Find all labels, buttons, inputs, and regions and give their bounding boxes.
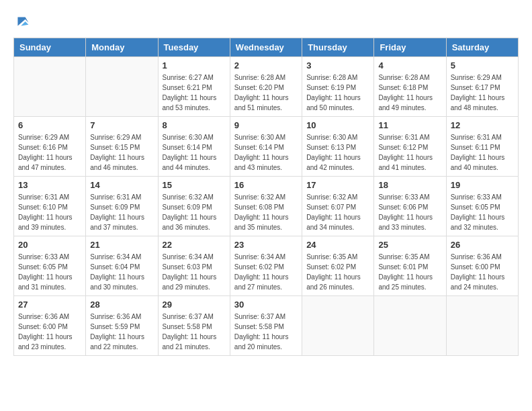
day-info: Sunrise: 6:32 AM Sunset: 6:09 PM Dayligh… <box>163 192 226 232</box>
day-number: 15 <box>163 180 226 190</box>
calendar-day-cell <box>446 296 518 356</box>
calendar-day-cell: 3Sunrise: 6:28 AM Sunset: 6:19 PM Daylig… <box>302 57 374 117</box>
day-info: Sunrise: 6:31 AM Sunset: 6:10 PM Dayligh… <box>18 192 81 232</box>
day-info: Sunrise: 6:36 AM Sunset: 5:59 PM Dayligh… <box>90 312 153 352</box>
day-info: Sunrise: 6:28 AM Sunset: 6:19 PM Dayligh… <box>306 73 369 113</box>
calendar-day-cell: 6Sunrise: 6:29 AM Sunset: 6:16 PM Daylig… <box>14 117 86 177</box>
calendar-day-cell <box>374 296 446 356</box>
day-number: 11 <box>378 120 441 130</box>
day-number: 12 <box>451 120 514 130</box>
day-number: 14 <box>90 180 153 190</box>
day-info: Sunrise: 6:31 AM Sunset: 6:12 PM Dayligh… <box>378 132 441 173</box>
day-info: Sunrise: 6:27 AM Sunset: 6:21 PM Dayligh… <box>163 73 226 113</box>
weekday-header-wednesday: Wednesday <box>230 38 302 57</box>
weekday-header-saturday: Saturday <box>446 38 518 57</box>
day-number: 19 <box>451 180 514 190</box>
day-number: 5 <box>451 60 514 71</box>
day-info: Sunrise: 6:28 AM Sunset: 6:20 PM Dayligh… <box>234 73 298 113</box>
day-info: Sunrise: 6:36 AM Sunset: 6:00 PM Dayligh… <box>18 312 81 352</box>
weekday-header-sunday: Sunday <box>14 38 86 57</box>
day-number: 7 <box>90 120 153 130</box>
calendar-day-cell: 26Sunrise: 6:36 AM Sunset: 6:00 PM Dayli… <box>446 236 518 296</box>
logo-icon <box>13 13 30 30</box>
day-info: Sunrise: 6:36 AM Sunset: 6:00 PM Dayligh… <box>451 252 514 292</box>
calendar-day-cell: 13Sunrise: 6:31 AM Sunset: 6:10 PM Dayli… <box>14 177 86 236</box>
calendar-day-cell: 4Sunrise: 6:28 AM Sunset: 6:18 PM Daylig… <box>374 57 446 117</box>
calendar-day-cell: 14Sunrise: 6:31 AM Sunset: 6:09 PM Dayli… <box>86 177 158 236</box>
header <box>13 13 519 27</box>
calendar-week-row: 1Sunrise: 6:27 AM Sunset: 6:21 PM Daylig… <box>14 57 519 117</box>
day-info: Sunrise: 6:34 AM Sunset: 6:02 PM Dayligh… <box>234 252 298 292</box>
day-number: 28 <box>90 300 153 310</box>
day-number: 4 <box>378 60 441 71</box>
calendar-week-row: 20Sunrise: 6:33 AM Sunset: 6:05 PM Dayli… <box>14 236 519 296</box>
day-info: Sunrise: 6:35 AM Sunset: 6:01 PM Dayligh… <box>378 252 441 292</box>
day-number: 23 <box>234 240 298 250</box>
day-info: Sunrise: 6:33 AM Sunset: 6:05 PM Dayligh… <box>18 252 81 292</box>
svg-marker-1 <box>21 21 28 26</box>
logo <box>13 13 30 27</box>
day-info: Sunrise: 6:37 AM Sunset: 5:58 PM Dayligh… <box>234 312 298 352</box>
weekday-header-tuesday: Tuesday <box>158 38 230 57</box>
weekday-header-row: SundayMondayTuesdayWednesdayThursdayFrid… <box>14 38 519 57</box>
day-info: Sunrise: 6:30 AM Sunset: 6:14 PM Dayligh… <box>234 132 298 173</box>
day-number: 16 <box>234 180 298 190</box>
calendar-day-cell: 8Sunrise: 6:30 AM Sunset: 6:14 PM Daylig… <box>158 117 230 177</box>
day-number: 3 <box>306 60 369 71</box>
calendar-day-cell: 7Sunrise: 6:29 AM Sunset: 6:15 PM Daylig… <box>86 117 158 177</box>
day-info: Sunrise: 6:33 AM Sunset: 6:05 PM Dayligh… <box>451 192 514 232</box>
calendar-day-cell: 5Sunrise: 6:29 AM Sunset: 6:17 PM Daylig… <box>446 57 518 117</box>
calendar-week-row: 6Sunrise: 6:29 AM Sunset: 6:16 PM Daylig… <box>14 117 519 177</box>
calendar-day-cell: 27Sunrise: 6:36 AM Sunset: 6:00 PM Dayli… <box>14 296 86 356</box>
calendar-day-cell: 10Sunrise: 6:30 AM Sunset: 6:13 PM Dayli… <box>302 117 374 177</box>
day-number: 29 <box>163 300 226 310</box>
day-info: Sunrise: 6:29 AM Sunset: 6:17 PM Dayligh… <box>451 73 514 113</box>
calendar-day-cell: 21Sunrise: 6:34 AM Sunset: 6:04 PM Dayli… <box>86 236 158 296</box>
calendar-day-cell: 23Sunrise: 6:34 AM Sunset: 6:02 PM Dayli… <box>230 236 302 296</box>
calendar-day-cell: 16Sunrise: 6:32 AM Sunset: 6:08 PM Dayli… <box>230 177 302 236</box>
day-number: 17 <box>306 180 369 190</box>
calendar-day-cell: 12Sunrise: 6:31 AM Sunset: 6:11 PM Dayli… <box>446 117 518 177</box>
calendar-day-cell: 15Sunrise: 6:32 AM Sunset: 6:09 PM Dayli… <box>158 177 230 236</box>
day-number: 1 <box>163 60 226 71</box>
day-info: Sunrise: 6:32 AM Sunset: 6:07 PM Dayligh… <box>306 192 369 232</box>
day-number: 24 <box>306 240 369 250</box>
calendar-day-cell: 18Sunrise: 6:33 AM Sunset: 6:06 PM Dayli… <box>374 177 446 236</box>
weekday-header-friday: Friday <box>374 38 446 57</box>
calendar-day-cell <box>14 57 86 117</box>
calendar-day-cell: 30Sunrise: 6:37 AM Sunset: 5:58 PM Dayli… <box>230 296 302 356</box>
day-info: Sunrise: 6:37 AM Sunset: 5:58 PM Dayligh… <box>163 312 226 352</box>
calendar-day-cell: 11Sunrise: 6:31 AM Sunset: 6:12 PM Dayli… <box>374 117 446 177</box>
calendar-week-row: 27Sunrise: 6:36 AM Sunset: 6:00 PM Dayli… <box>14 296 519 356</box>
day-number: 8 <box>163 120 226 130</box>
day-number: 21 <box>90 240 153 250</box>
calendar-day-cell <box>302 296 374 356</box>
day-number: 22 <box>163 240 226 250</box>
day-info: Sunrise: 6:34 AM Sunset: 6:04 PM Dayligh… <box>90 252 153 292</box>
day-info: Sunrise: 6:31 AM Sunset: 6:11 PM Dayligh… <box>451 132 514 173</box>
day-info: Sunrise: 6:30 AM Sunset: 6:14 PM Dayligh… <box>163 132 226 173</box>
day-info: Sunrise: 6:29 AM Sunset: 6:16 PM Dayligh… <box>18 132 81 173</box>
day-number: 13 <box>18 180 81 190</box>
calendar-day-cell: 1Sunrise: 6:27 AM Sunset: 6:21 PM Daylig… <box>158 57 230 117</box>
day-number: 6 <box>18 120 81 130</box>
calendar-day-cell: 17Sunrise: 6:32 AM Sunset: 6:07 PM Dayli… <box>302 177 374 236</box>
day-number: 10 <box>306 120 369 130</box>
calendar-week-row: 13Sunrise: 6:31 AM Sunset: 6:10 PM Dayli… <box>14 177 519 236</box>
day-number: 18 <box>378 180 441 190</box>
day-number: 20 <box>18 240 81 250</box>
calendar-day-cell: 24Sunrise: 6:35 AM Sunset: 6:02 PM Dayli… <box>302 236 374 296</box>
day-info: Sunrise: 6:35 AM Sunset: 6:02 PM Dayligh… <box>306 252 369 292</box>
calendar-day-cell: 19Sunrise: 6:33 AM Sunset: 6:05 PM Dayli… <box>446 177 518 236</box>
weekday-header-thursday: Thursday <box>302 38 374 57</box>
calendar-day-cell: 22Sunrise: 6:34 AM Sunset: 6:03 PM Dayli… <box>158 236 230 296</box>
day-info: Sunrise: 6:34 AM Sunset: 6:03 PM Dayligh… <box>163 252 226 292</box>
calendar-day-cell: 29Sunrise: 6:37 AM Sunset: 5:58 PM Dayli… <box>158 296 230 356</box>
day-number: 9 <box>234 120 298 130</box>
weekday-header-monday: Monday <box>86 38 158 57</box>
day-number: 27 <box>18 300 81 310</box>
day-info: Sunrise: 6:28 AM Sunset: 6:18 PM Dayligh… <box>378 73 441 113</box>
calendar-day-cell <box>86 57 158 117</box>
calendar-day-cell: 9Sunrise: 6:30 AM Sunset: 6:14 PM Daylig… <box>230 117 302 177</box>
day-number: 30 <box>234 300 298 310</box>
